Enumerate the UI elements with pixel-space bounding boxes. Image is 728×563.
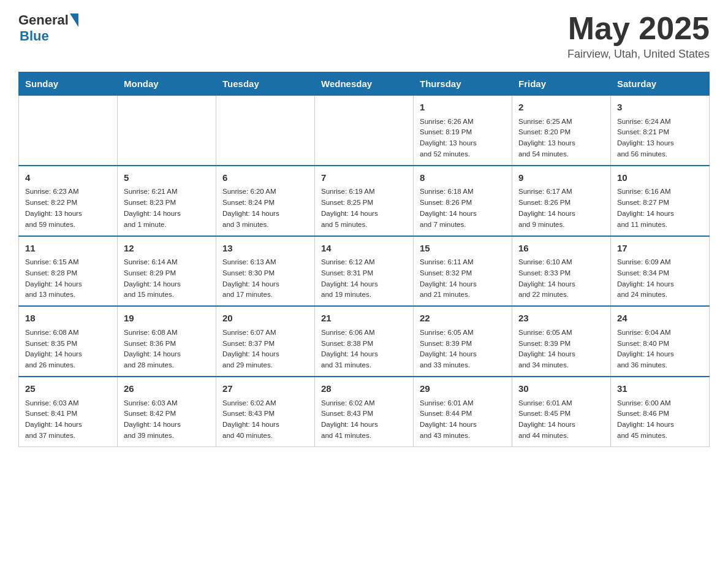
calendar-cell: 8Sunrise: 6:18 AM Sunset: 8:26 PM Daylig… [414, 166, 512, 236]
day-number: 1 [420, 101, 506, 115]
day-info: Sunrise: 6:18 AM Sunset: 8:26 PM Dayligh… [420, 186, 506, 230]
day-number: 3 [617, 101, 703, 115]
calendar-cell: 25Sunrise: 6:03 AM Sunset: 8:41 PM Dayli… [19, 377, 118, 446]
day-info: Sunrise: 6:09 AM Sunset: 8:34 PM Dayligh… [617, 257, 703, 301]
calendar-cell: 30Sunrise: 6:01 AM Sunset: 8:45 PM Dayli… [512, 377, 611, 446]
day-info: Sunrise: 6:16 AM Sunset: 8:27 PM Dayligh… [617, 186, 703, 230]
day-info: Sunrise: 6:01 AM Sunset: 8:45 PM Dayligh… [518, 398, 604, 442]
day-info: Sunrise: 6:02 AM Sunset: 8:43 PM Dayligh… [222, 398, 308, 442]
day-info: Sunrise: 6:17 AM Sunset: 8:26 PM Dayligh… [518, 186, 604, 230]
day-of-week-header: Saturday [611, 72, 710, 96]
day-info: Sunrise: 6:21 AM Sunset: 8:23 PM Dayligh… [124, 186, 210, 230]
calendar-cell: 23Sunrise: 6:05 AM Sunset: 8:39 PM Dayli… [512, 306, 611, 377]
day-info: Sunrise: 6:02 AM Sunset: 8:43 PM Dayligh… [321, 398, 407, 442]
logo-general-text: General [18, 12, 69, 28]
day-number: 14 [321, 242, 407, 256]
logo-blue-text: Blue [20, 28, 49, 44]
day-number: 19 [124, 312, 210, 326]
day-info: Sunrise: 6:03 AM Sunset: 8:41 PM Dayligh… [25, 398, 111, 442]
month-title: May 2025 [567, 12, 710, 44]
calendar-cell: 22Sunrise: 6:05 AM Sunset: 8:39 PM Dayli… [414, 306, 512, 377]
day-number: 30 [518, 382, 604, 396]
day-info: Sunrise: 6:26 AM Sunset: 8:19 PM Dayligh… [420, 117, 506, 160]
day-info: Sunrise: 6:07 AM Sunset: 8:37 PM Dayligh… [222, 327, 308, 371]
day-number: 9 [518, 171, 604, 185]
day-of-week-header: Monday [118, 72, 216, 96]
day-number: 28 [321, 382, 407, 396]
calendar-cell: 28Sunrise: 6:02 AM Sunset: 8:43 PM Dayli… [315, 377, 414, 446]
day-number: 26 [124, 382, 210, 396]
day-info: Sunrise: 6:13 AM Sunset: 8:30 PM Dayligh… [222, 257, 308, 301]
calendar-cell: 17Sunrise: 6:09 AM Sunset: 8:34 PM Dayli… [611, 236, 710, 307]
day-number: 7 [321, 171, 407, 185]
day-info: Sunrise: 6:11 AM Sunset: 8:32 PM Dayligh… [420, 257, 506, 301]
calendar-cell: 26Sunrise: 6:03 AM Sunset: 8:42 PM Dayli… [118, 377, 216, 446]
day-info: Sunrise: 6:14 AM Sunset: 8:29 PM Dayligh… [124, 257, 210, 301]
day-info: Sunrise: 6:12 AM Sunset: 8:31 PM Dayligh… [321, 257, 407, 301]
day-of-week-header: Thursday [414, 72, 512, 96]
calendar-cell: 29Sunrise: 6:01 AM Sunset: 8:44 PM Dayli… [414, 377, 512, 446]
calendar-cell: 19Sunrise: 6:08 AM Sunset: 8:36 PM Dayli… [118, 306, 216, 377]
calendar-cell: 6Sunrise: 6:20 AM Sunset: 8:24 PM Daylig… [216, 166, 315, 236]
day-number: 27 [222, 382, 308, 396]
day-number: 29 [420, 382, 506, 396]
day-number: 5 [124, 171, 210, 185]
calendar-week-row: 11Sunrise: 6:15 AM Sunset: 8:28 PM Dayli… [19, 236, 710, 307]
day-info: Sunrise: 6:00 AM Sunset: 8:46 PM Dayligh… [617, 398, 703, 442]
logo-triangle-icon [70, 13, 78, 27]
calendar-cell: 7Sunrise: 6:19 AM Sunset: 8:25 PM Daylig… [315, 166, 414, 236]
day-info: Sunrise: 6:06 AM Sunset: 8:38 PM Dayligh… [321, 327, 407, 371]
day-number: 15 [420, 242, 506, 256]
day-info: Sunrise: 6:05 AM Sunset: 8:39 PM Dayligh… [420, 327, 506, 371]
day-info: Sunrise: 6:20 AM Sunset: 8:24 PM Dayligh… [222, 186, 308, 230]
day-info: Sunrise: 6:10 AM Sunset: 8:33 PM Dayligh… [518, 257, 604, 301]
day-info: Sunrise: 6:24 AM Sunset: 8:21 PM Dayligh… [617, 117, 703, 160]
day-number: 12 [124, 242, 210, 256]
day-number: 10 [617, 171, 703, 185]
day-number: 16 [518, 242, 604, 256]
title-section: May 2025 Fairview, Utah, United States [567, 12, 710, 61]
logo: General Blue [18, 12, 78, 44]
day-number: 24 [617, 312, 703, 326]
calendar-cell: 13Sunrise: 6:13 AM Sunset: 8:30 PM Dayli… [216, 236, 315, 307]
day-number: 6 [222, 171, 308, 185]
day-info: Sunrise: 6:05 AM Sunset: 8:39 PM Dayligh… [518, 327, 604, 371]
day-info: Sunrise: 6:01 AM Sunset: 8:44 PM Dayligh… [420, 398, 506, 442]
day-number: 20 [222, 312, 308, 326]
calendar-cell: 4Sunrise: 6:23 AM Sunset: 8:22 PM Daylig… [19, 166, 118, 236]
day-number: 11 [25, 242, 111, 256]
calendar-week-row: 4Sunrise: 6:23 AM Sunset: 8:22 PM Daylig… [19, 166, 710, 236]
calendar-cell [315, 96, 414, 166]
day-of-week-header: Wednesday [315, 72, 414, 96]
day-of-week-header: Sunday [19, 72, 118, 96]
calendar-cell: 18Sunrise: 6:08 AM Sunset: 8:35 PM Dayli… [19, 306, 118, 377]
calendar-cell: 14Sunrise: 6:12 AM Sunset: 8:31 PM Dayli… [315, 236, 414, 307]
day-number: 23 [518, 312, 604, 326]
day-number: 18 [25, 312, 111, 326]
calendar-week-row: 18Sunrise: 6:08 AM Sunset: 8:35 PM Dayli… [19, 306, 710, 377]
calendar-cell: 9Sunrise: 6:17 AM Sunset: 8:26 PM Daylig… [512, 166, 611, 236]
day-of-week-header: Friday [512, 72, 611, 96]
day-info: Sunrise: 6:08 AM Sunset: 8:36 PM Dayligh… [124, 327, 210, 371]
calendar-cell [19, 96, 118, 166]
calendar-cell: 3Sunrise: 6:24 AM Sunset: 8:21 PM Daylig… [611, 96, 710, 166]
day-info: Sunrise: 6:15 AM Sunset: 8:28 PM Dayligh… [25, 257, 111, 301]
calendar-table: SundayMondayTuesdayWednesdayThursdayFrid… [18, 72, 710, 447]
calendar-cell: 21Sunrise: 6:06 AM Sunset: 8:38 PM Dayli… [315, 306, 414, 377]
day-number: 21 [321, 312, 407, 326]
day-number: 13 [222, 242, 308, 256]
page-header: General Blue May 2025 Fairview, Utah, Un… [18, 12, 710, 61]
calendar-cell: 10Sunrise: 6:16 AM Sunset: 8:27 PM Dayli… [611, 166, 710, 236]
day-info: Sunrise: 6:03 AM Sunset: 8:42 PM Dayligh… [124, 398, 210, 442]
day-number: 17 [617, 242, 703, 256]
calendar-cell: 15Sunrise: 6:11 AM Sunset: 8:32 PM Dayli… [414, 236, 512, 307]
day-info: Sunrise: 6:04 AM Sunset: 8:40 PM Dayligh… [617, 327, 703, 371]
day-info: Sunrise: 6:08 AM Sunset: 8:35 PM Dayligh… [25, 327, 111, 371]
calendar-cell: 1Sunrise: 6:26 AM Sunset: 8:19 PM Daylig… [414, 96, 512, 166]
calendar-cell: 20Sunrise: 6:07 AM Sunset: 8:37 PM Dayli… [216, 306, 315, 377]
calendar-cell: 2Sunrise: 6:25 AM Sunset: 8:20 PM Daylig… [512, 96, 611, 166]
calendar-cell [118, 96, 216, 166]
calendar-week-row: 1Sunrise: 6:26 AM Sunset: 8:19 PM Daylig… [19, 96, 710, 166]
calendar-cell: 27Sunrise: 6:02 AM Sunset: 8:43 PM Dayli… [216, 377, 315, 446]
day-info: Sunrise: 6:25 AM Sunset: 8:20 PM Dayligh… [518, 117, 604, 160]
